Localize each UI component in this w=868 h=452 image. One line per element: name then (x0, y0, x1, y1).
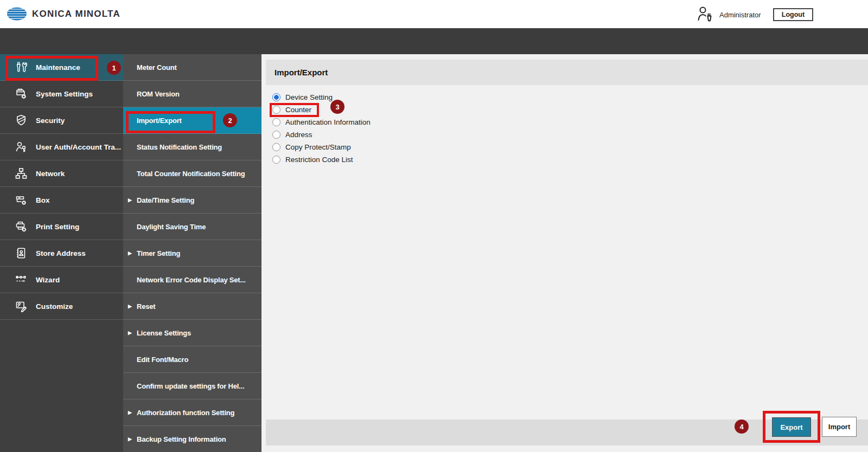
sidebar-item-customize[interactable]: Customize (0, 293, 123, 320)
submenu-item-label: License Settings (137, 329, 191, 337)
submenu-item-date-time-setting[interactable]: ▶ Date/Time Setting (123, 187, 261, 214)
session-area: Administrator Logout (694, 0, 868, 28)
submenu-item-label: Date/Time Setting (137, 196, 194, 204)
submenu-item-authorization-function-setting[interactable]: ▶ Authorization function Setting (123, 399, 261, 426)
radio-input[interactable] (272, 93, 280, 101)
submenu-item-status-notification-setting[interactable]: ▶ Status Notification Setting (123, 134, 261, 160)
admin-user-label: Administrator (719, 11, 761, 19)
radio-label: Copy Protect/Stamp (285, 143, 351, 151)
main-nav: Maintenance 1 System Settings Security U… (0, 54, 123, 452)
step-badge: 4 (735, 419, 749, 434)
expand-arrow-icon: ▶ (128, 304, 132, 309)
export-button[interactable]: Export (772, 417, 811, 437)
step-badge: 2 (223, 113, 237, 127)
sidebar-item-label: Security (36, 117, 65, 125)
address-book-icon (15, 247, 28, 260)
sub-nav: ▶ Meter Count ▶ ROM Version ▶ Import/Exp… (123, 54, 261, 452)
expand-arrow-icon: ▶ (128, 250, 132, 256)
step-badge: 3 (330, 100, 344, 114)
sidebar-item-store-address[interactable]: Store Address (0, 240, 123, 267)
submenu-item-network-error-code-display-set[interactable]: ▶ Network Error Code Display Set... (123, 267, 261, 293)
sidebar-item-label: Maintenance (36, 63, 80, 72)
radio-label: Authentication Information (285, 118, 371, 126)
radio-input[interactable] (272, 156, 280, 164)
submenu-item-label: Timer Setting (137, 249, 180, 257)
brand-logo: KONICA MINOLTA (7, 7, 120, 21)
radio-input[interactable] (272, 106, 280, 114)
submenu-item-import-export[interactable]: ▶ Import/Export 2 (123, 107, 261, 134)
top-bar: KONICA MINOLTA Administrator Logout (0, 0, 868, 28)
radio-label: Counter (285, 106, 311, 114)
brand-globe-icon (7, 7, 27, 21)
maintenance-tools-icon (15, 61, 28, 74)
sidebar-item-label: System Settings (36, 90, 93, 98)
radio-label: Device Setting (285, 93, 333, 101)
import-button[interactable]: Import (822, 417, 857, 437)
security-shield-icon (15, 114, 28, 127)
sidebar-item-label: User Auth/Account Tra... (36, 143, 121, 151)
expand-arrow-icon: ▶ (128, 197, 132, 203)
submenu-item-label: Authorization function Setting (137, 409, 234, 417)
radio-option-device-setting[interactable]: Device Setting (261, 91, 511, 104)
sidebar-item-security[interactable]: Security (0, 107, 123, 134)
radio-option-counter[interactable]: Counter 3 (261, 104, 511, 116)
submenu-item-label: Backup Setting Information (137, 435, 226, 443)
submenu-item-reset[interactable]: ▶ Reset (123, 293, 261, 320)
radio-input[interactable] (272, 143, 280, 151)
submenu-item-confirm-update-settings-for-hel[interactable]: ▶ Confirm update settings for Hel... (123, 373, 261, 399)
app-bar: PAGESCOPE Web Connection Model Name:bizh… (0, 28, 868, 54)
page-title-band: Import/Export (266, 60, 868, 85)
sidebar-item-wizard[interactable]: Wizard (0, 267, 123, 293)
submenu-item-meter-count[interactable]: ▶ Meter Count (123, 54, 261, 81)
sidebar-item-label: Box (36, 196, 50, 204)
sidebar-item-print-setting[interactable]: Print Setting (0, 214, 123, 240)
step-badge: 1 (107, 61, 121, 75)
logout-button[interactable]: Logout (773, 8, 813, 21)
submenu-item-license-settings[interactable]: ▶ License Settings (123, 320, 261, 346)
sidebar-item-maintenance[interactable]: Maintenance 1 (0, 54, 123, 81)
submenu-item-label: Import/Export (137, 117, 182, 125)
user-auth-key-icon (15, 140, 28, 153)
sidebar-item-label: Print Setting (36, 223, 79, 231)
submenu-item-backup-setting-information[interactable]: ▶ Backup Setting Information (123, 426, 261, 452)
sidebar-item-network[interactable]: Network (0, 160, 123, 187)
brand-name: KONICA MINOLTA (32, 9, 120, 20)
sidebar-item-label: Store Address (36, 249, 86, 257)
submenu-item-label: Reset (137, 302, 155, 311)
radio-option-restriction-code-list[interactable]: Restriction Code List (261, 153, 511, 166)
submenu-item-label: Confirm update settings for Hel... (137, 382, 244, 390)
submenu-item-edit-font-macro[interactable]: ▶ Edit Font/Macro (123, 346, 261, 373)
submenu-item-label: ROM Version (137, 90, 180, 98)
sidebar-item-label: Customize (36, 302, 73, 311)
radio-input[interactable] (272, 118, 280, 126)
radio-input[interactable] (272, 131, 280, 139)
sidebar-item-label: Wizard (36, 276, 60, 284)
sidebar-item-user-auth-account-tra[interactable]: User Auth/Account Tra... (0, 134, 123, 160)
submenu-item-label: Daylight Saving Time (137, 223, 206, 231)
customize-pencil-icon (15, 300, 28, 313)
radio-option-copy-protect-stamp[interactable]: Copy Protect/Stamp (261, 141, 511, 153)
submenu-item-rom-version[interactable]: ▶ ROM Version (123, 81, 261, 107)
submenu-item-timer-setting[interactable]: ▶ Timer Setting (123, 240, 261, 267)
content-area: Import/Export Device Setting Counter 3 A… (261, 54, 868, 452)
submenu-item-label: Network Error Code Display Set... (137, 276, 246, 284)
radio-group: Device Setting Counter 3 Authentication … (261, 91, 511, 166)
submenu-item-daylight-saving-time[interactable]: ▶ Daylight Saving Time (123, 214, 261, 240)
system-settings-icon (15, 87, 28, 100)
radio-option-authentication-information[interactable]: Authentication Information (261, 116, 511, 128)
sidebar-item-box[interactable]: Box (0, 187, 123, 214)
radio-label: Restriction Code List (285, 156, 353, 164)
sidebar-item-label: Network (36, 170, 65, 178)
action-bar: 4 Export Import (266, 419, 868, 445)
radio-option-address[interactable]: Address (261, 128, 511, 141)
sidebar-item-system-settings[interactable]: System Settings (0, 81, 123, 107)
radio-label: Address (285, 131, 312, 139)
expand-arrow-icon: ▶ (128, 410, 132, 415)
submenu-item-label: Status Notification Setting (137, 143, 222, 151)
page-title: Import/Export (275, 68, 328, 77)
box-gear-icon (15, 193, 28, 206)
expand-arrow-icon: ▶ (128, 436, 132, 442)
network-tree-icon (15, 167, 28, 180)
submenu-item-total-counter-notification-setting[interactable]: ▶ Total Counter Notification Setting (123, 160, 261, 187)
submenu-item-label: Total Counter Notification Setting (137, 170, 245, 178)
